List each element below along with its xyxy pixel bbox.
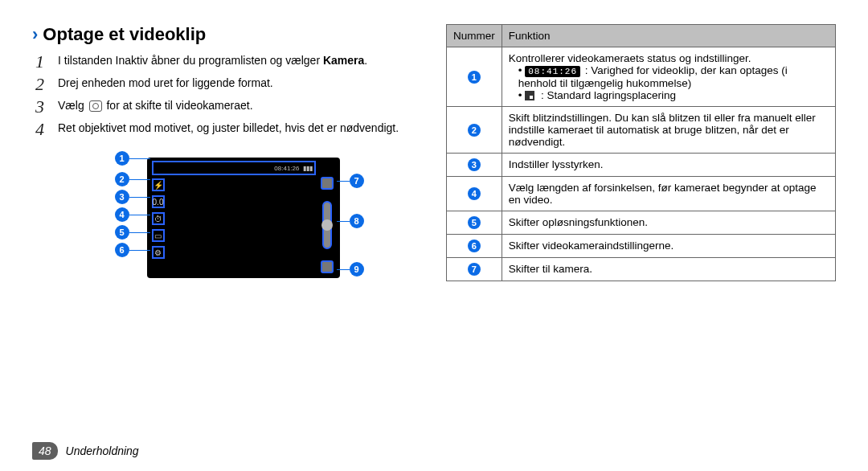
callout-1: 1 — [115, 151, 129, 166]
callout-9: 9 — [350, 262, 364, 276]
callout-6: 6 — [115, 243, 129, 257]
step-number: 2 — [35, 76, 50, 93]
th-function: Funktion — [502, 25, 835, 47]
timer-off-icon: ⏱ — [152, 212, 165, 225]
resolution-icon: ▭ — [152, 229, 165, 242]
function-table: Nummer Funktion 1 Kontrollerer videokame… — [446, 24, 836, 281]
flash-off-icon: ⚡ — [152, 178, 165, 191]
table-row: 2 Skift blitzindstillingen. Du kan slå b… — [447, 107, 836, 154]
row-bullet: 6 — [468, 240, 481, 252]
row-bullet: 1 — [468, 71, 481, 84]
row-bullet: 4 — [468, 187, 481, 200]
table-row: 4 Vælg længden af forsinkelsen, før kame… — [447, 177, 836, 211]
row-bullet: 7 — [468, 263, 481, 276]
row-text: Skift blitzindstillingen. Du kan slå bli… — [502, 107, 835, 154]
chevron-right-icon: › — [32, 24, 38, 45]
row-bullet: 3 — [468, 158, 481, 171]
section-name: Underholdning — [66, 444, 139, 457]
step-text: Drej enheden mod uret for liggende forma… — [58, 76, 273, 93]
row-bullet: 2 — [468, 124, 481, 137]
camera-preview: 08:41:26 ▮▮▮ ⚡ 0.0 ⏱ ▭ ⚙ — [147, 158, 340, 278]
step-number: 1 — [35, 53, 50, 71]
step-text: Ret objektivet mod motivet, og juster bi… — [58, 121, 399, 138]
table-row: 6 Skifter videokameraindstillingerne. — [447, 235, 836, 258]
step-text: I tilstanden Inaktiv åbner du programlis… — [58, 53, 367, 71]
callout-4: 4 — [115, 207, 129, 222]
battery-icon: ▮▮▮ — [303, 165, 313, 172]
gallery-thumb — [321, 260, 334, 273]
row-bullet: 5 — [468, 216, 481, 229]
table-row: 7 Skifter til kamera. — [447, 258, 836, 281]
camera-icon — [89, 100, 102, 112]
step-list: 1 I tilstanden Inaktiv åbner du programl… — [35, 53, 422, 138]
table-row: 3 Indstiller lysstyrken. — [447, 154, 836, 177]
diagram-time: 08:41:26 — [274, 165, 299, 172]
mode-video-icon — [321, 177, 334, 190]
storage-icon — [525, 91, 534, 100]
row-text: Skifter opløsningsfunktionen. — [502, 211, 835, 235]
page-number: 48 — [32, 442, 58, 460]
th-number: Nummer — [447, 25, 502, 47]
callout-2: 2 — [115, 172, 129, 186]
record-slider — [322, 201, 332, 249]
step-number: 4 — [35, 121, 50, 138]
time-badge: 08:41:26 — [525, 66, 580, 77]
ev-icon: 0.0 — [152, 195, 165, 208]
row-text: Vælg længden af forsinkelsen, før kamera… — [502, 177, 835, 211]
step-number: 3 — [35, 98, 50, 116]
callout-7: 7 — [350, 174, 364, 188]
step-text: Vælg for at skifte til videokameraet. — [58, 98, 253, 116]
callout-3: 3 — [115, 190, 129, 204]
section-heading: › Optage et videoklip — [32, 24, 422, 45]
camera-diagram: 08:41:26 ▮▮▮ ⚡ 0.0 ⏱ ▭ ⚙ 1 2 — [83, 149, 372, 286]
row-text: Indstiller lysstyrken. — [502, 154, 835, 177]
page-footer: 48 Underholdning — [32, 442, 139, 460]
heading-text: Optage et videoklip — [43, 24, 206, 45]
table-row: 1 Kontrollerer videokameraets status og … — [447, 47, 836, 107]
callout-5: 5 — [115, 225, 129, 240]
row-text: Kontrollerer videokameraets status og in… — [502, 47, 835, 107]
table-row: 5 Skifter opløsningsfunktionen. — [447, 211, 836, 235]
row-text: Skifter videokameraindstillingerne. — [502, 235, 835, 258]
row-text: Skifter til kamera. — [502, 258, 835, 281]
gear-icon: ⚙ — [152, 246, 165, 259]
callout-8: 8 — [350, 214, 364, 228]
